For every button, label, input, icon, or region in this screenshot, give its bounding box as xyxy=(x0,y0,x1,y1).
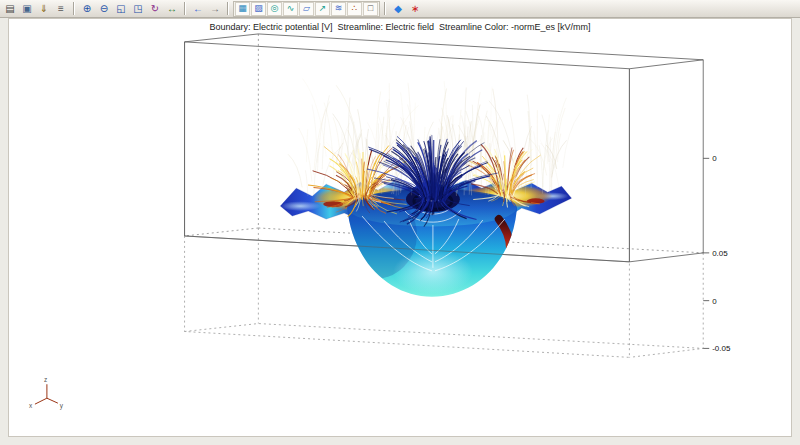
surface-plot-icon[interactable]: ▦ xyxy=(235,2,250,16)
plot-parameters-icon[interactable]: ◆ xyxy=(390,1,406,16)
zoom-out-icon[interactable]: ⊖ xyxy=(96,1,112,16)
export-image-icon[interactable]: ⇓ xyxy=(36,1,52,16)
streamline xyxy=(434,175,435,203)
toolbar-group-plot-types: ▦▨◎∿▱↗≋∴□ xyxy=(233,1,380,17)
headlight-icon[interactable]: ∗ xyxy=(407,1,423,16)
axis-ticks xyxy=(703,158,709,348)
toolbar-group-output: ▤▣⇓≡ xyxy=(2,1,69,16)
plot-title: Boundary: Electric potential [V] Streaml… xyxy=(9,22,791,32)
axis-tick-label: 0 xyxy=(712,154,717,163)
previous-view-icon[interactable]: ← xyxy=(190,1,206,16)
streamline-plot-icon[interactable]: ≋ xyxy=(331,2,346,16)
streamline xyxy=(322,95,329,169)
axis-tick-label: -0.05 xyxy=(712,344,731,353)
pan-view-icon[interactable]: ↔ xyxy=(164,1,180,16)
triad-label-z: z xyxy=(44,376,47,383)
isosurface-plot-icon[interactable]: ◎ xyxy=(267,2,282,16)
toolbar-group-view: ⊕⊖◱◳↻↔ xyxy=(79,1,180,16)
streamline xyxy=(299,128,312,182)
next-view-icon[interactable]: → xyxy=(207,1,223,16)
copy-image-icon[interactable]: ▣ xyxy=(19,1,35,16)
streamline xyxy=(459,110,461,161)
triad-label-x: x xyxy=(29,402,33,409)
particle-tracing-icon[interactable]: ∴ xyxy=(347,2,362,16)
streamline xyxy=(288,154,302,187)
toolbar-group-history: ←→ xyxy=(190,1,223,16)
toolbar-separator xyxy=(184,2,186,15)
orientation-triad: z x y xyxy=(29,376,64,410)
toolbar-separator xyxy=(227,2,229,15)
plot-options-icon[interactable]: ≡ xyxy=(53,1,69,16)
zoom-window-icon[interactable]: ◱ xyxy=(113,1,129,16)
triad-label-y: y xyxy=(60,402,64,410)
zoom-in-icon[interactable]: ⊕ xyxy=(79,1,95,16)
graphics-canvas[interactable]: Boundary: Electric potential [V] Streaml… xyxy=(8,18,792,437)
boundary-plot-icon[interactable]: ▱ xyxy=(299,2,314,16)
toolbar: ▤▣⇓≡⊕⊖◱◳↻↔←→▦▨◎∿▱↗≋∴□◆∗ xyxy=(0,0,800,18)
contour-plot-icon[interactable]: ∿ xyxy=(283,2,298,16)
toolbar-separator xyxy=(384,2,386,15)
streamline xyxy=(534,132,537,175)
toolbar-group-settings: ◆∗ xyxy=(390,1,423,16)
scene-3d: 0.05 0 -0.05 0 xyxy=(9,19,791,436)
geometry-edge-plot-icon[interactable]: □ xyxy=(363,2,378,16)
axis-tick-label: 0.05 xyxy=(712,249,728,258)
streamline xyxy=(563,113,580,168)
toolbar-separator xyxy=(73,2,75,15)
axis-tick-label: 0 xyxy=(712,297,717,306)
print-icon[interactable]: ▤ xyxy=(2,1,18,16)
streamline xyxy=(305,170,307,196)
slice-plot-icon[interactable]: ▨ xyxy=(251,2,266,16)
application-window: ▤▣⇓≡⊕⊖◱◳↻↔←→▦▨◎∿▱↗≋∴□◆∗ Boundary: Electr… xyxy=(0,0,800,445)
zoom-extents-icon[interactable]: ◳ xyxy=(130,1,146,16)
streamline xyxy=(312,105,317,163)
streamline xyxy=(307,129,308,162)
arrow-plot-icon[interactable]: ↗ xyxy=(315,2,330,16)
rotate-view-icon[interactable]: ↻ xyxy=(147,1,163,16)
